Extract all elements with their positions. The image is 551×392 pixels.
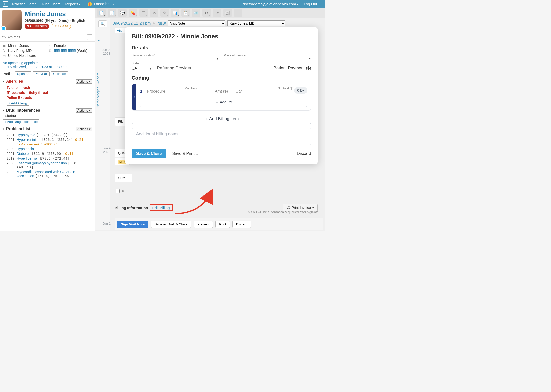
problem-link[interactable]: Essential (primary) hypertension [17, 161, 67, 165]
toolbar-more-icon[interactable]: ⋯ [234, 9, 242, 17]
allergy-item[interactable]: peanuts = itchy throat [7, 91, 92, 95]
modifier-slot[interactable]: - [173, 90, 181, 94]
visit-type-select[interactable]: Visit Note [168, 20, 225, 26]
toolbar-news-icon[interactable]: 📰 [223, 9, 232, 17]
last-visit-link[interactable]: Last Visit: Wed, Jun 28, 2023 at 11:30 a… [3, 65, 92, 69]
tag-icon: 🏷 [3, 35, 6, 39]
qty-field[interactable]: Qty [235, 89, 242, 94]
toolbar-sign-icon[interactable]: ✎▾ [160, 9, 169, 17]
referring-provider-field[interactable]: Referring Provider [157, 66, 268, 71]
timeline-date[interactable]: Jun 2 [99, 222, 112, 225]
visit-tab[interactable]: Visit [115, 28, 126, 33]
problem-year: 2021 [7, 133, 17, 137]
problem-link[interactable]: Diabetes [17, 152, 30, 156]
allergy-item[interactable]: Pollen Extracts [7, 96, 92, 100]
visit-provider-select[interactable]: Kary Jones, MD [227, 20, 285, 26]
patient-payment-field[interactable]: Patient Payment ($) [273, 66, 311, 71]
nav-logout[interactable]: Log Out [304, 2, 317, 6]
problem-year: 2021 [7, 152, 17, 156]
billing-info-row: Billing Information Edit Billing 🖨 Print… [115, 199, 318, 211]
info-phone[interactable]: 555-555-5555 [54, 49, 76, 53]
collapse-caret-icon[interactable]: ▾ [3, 109, 4, 112]
nav-practice-home[interactable]: Practice Home [12, 2, 37, 6]
modifier-slot[interactable]: - [189, 90, 197, 94]
allergies-title: Allergies [6, 79, 23, 84]
profile-printfax-button[interactable]: Print/Fax [33, 71, 50, 76]
phone-icon: ✆ [49, 49, 53, 53]
patient-name[interactable]: Minnie Jones [25, 10, 85, 18]
billing-notes-input[interactable]: Additional billing notes [132, 128, 311, 145]
save-print-button[interactable]: Save & Print⌄ [171, 151, 200, 156]
visit-note-header: 09/09/2022 12:24 pm ✎ NEW Visit Note Kar… [113, 20, 323, 26]
toolbar-pill-icon[interactable]: 💊▾ [129, 9, 137, 17]
pencil-icon[interactable]: ✎ [153, 21, 156, 25]
place-of-service-field[interactable]: Place of Service ▾ [224, 54, 311, 57]
problem-actions[interactable]: Actions ▾ [76, 127, 92, 131]
save-close-button[interactable]: Save & Close [132, 149, 166, 158]
add-dx-button[interactable]: ＋ Add Dx [140, 98, 307, 107]
discard-visit-button[interactable]: Discard [232, 221, 251, 228]
print-button[interactable]: Print [215, 221, 230, 228]
preview-button[interactable]: Preview [194, 221, 213, 228]
allergies-badge[interactable]: 3 ALLERGIES [25, 24, 49, 29]
nav-reports[interactable]: Reports [65, 2, 81, 6]
drag-handle-icon[interactable]: ⠿ [132, 84, 136, 110]
toolbar-list-icon[interactable]: ☰▾ [139, 9, 148, 17]
toolbar-chart-icon[interactable]: 📊▾ [171, 9, 179, 17]
toolbar-clipboard-icon[interactable]: 📋▾ [181, 9, 190, 17]
problem-link[interactable]: Hyperlipemia [17, 156, 37, 160]
timeline-collapse-icon[interactable]: ▸ [98, 38, 100, 42]
intolerance-item[interactable]: Listerine [3, 114, 92, 118]
allergy-item[interactable]: Tylenol = rash [7, 86, 92, 90]
toolbar-mail-icon[interactable]: ✉▾ [202, 9, 211, 17]
toolbar-note-icon[interactable]: 📄▾ [108, 9, 116, 17]
no-appointments-link[interactable]: No upcoming appointments [3, 61, 92, 65]
timeline-date[interactable]: Jun 92022 [99, 146, 112, 154]
chevron-down-icon: ▾ [312, 206, 314, 209]
problem-link[interactable]: Hypothyroid [17, 133, 35, 137]
toolbar-chat-icon[interactable]: 💬 [118, 9, 127, 17]
risk-badge[interactable]: RISK 0.63 [52, 24, 71, 29]
collapse-caret-icon[interactable]: ▾ [3, 80, 4, 83]
problem-link[interactable]: Hyper-reninism [17, 138, 40, 142]
profile-updates-button[interactable]: Updates [15, 71, 31, 76]
app-logo[interactable]: E [3, 1, 8, 7]
service-location-field[interactable]: Service Location* ▾ [132, 54, 219, 57]
intolerances-actions[interactable]: Actions ▾ [76, 108, 92, 113]
profile-collapse-button[interactable]: Collapse [51, 71, 68, 76]
add-billing-item-button[interactable]: ＋ Add Billing Item [132, 114, 311, 124]
info-insurance: United Healthcare [8, 54, 36, 58]
discard-button[interactable]: Discard [297, 151, 311, 156]
stethoscope-icon: ℞ [3, 49, 7, 53]
search-button[interactable]: 🔍 [98, 20, 107, 27]
bill-title: Bill: 09/09/2022 - Minnie Jones [132, 33, 311, 40]
chk-k[interactable] [116, 189, 120, 193]
toolbar-refresh-icon[interactable]: ⟳ [213, 9, 221, 17]
nav-help[interactable]: I need help [88, 2, 115, 6]
save-draft-button[interactable]: Save as Draft & Close [151, 221, 191, 228]
patient-meta: 06/08/1969 (54 yrs, 0 mo) · English [25, 18, 85, 23]
top-navbar: E Practice Home Find Chart Reports I nee… [0, 0, 325, 8]
problem-link[interactable]: Hypalgesia [17, 147, 34, 151]
nav-find-chart[interactable]: Find Chart [42, 2, 60, 6]
edit-billing-link[interactable]: Edit Billing [152, 206, 170, 210]
nav-user-menu[interactable]: doctordemo@elationhealth.com [243, 2, 298, 6]
coding-heading: Coding [132, 75, 311, 81]
procedure-field[interactable]: Procedure [147, 89, 165, 94]
add-intolerance-button[interactable]: + Add Drug Intolerance [3, 119, 39, 124]
allergies-actions[interactable]: Actions ▾ [76, 79, 92, 84]
add-tag-button[interactable]: ＋ [87, 34, 92, 40]
amount-field[interactable]: Amt ($) [215, 89, 228, 94]
patient-avatar[interactable] [2, 10, 22, 30]
dx-count-pill[interactable]: 0 Dx [294, 87, 307, 94]
add-allergy-button[interactable]: + Add Allergy [7, 101, 29, 106]
toolbar-document-icon[interactable]: 📄▾ [97, 9, 106, 17]
timeline-date[interactable]: Jun 282023 [99, 48, 112, 55]
state-field[interactable]: State CA ▾ [132, 62, 152, 71]
patient-header: Minnie Jones 06/08/1969 (54 yrs, 0 mo) ·… [0, 8, 95, 33]
sign-visit-note-button[interactable]: Sign Visit Note [117, 221, 148, 228]
toolbar-stack-icon[interactable]: ≋ [150, 9, 158, 17]
collapse-caret-icon[interactable]: ▾ [3, 127, 4, 131]
modifier-slot[interactable]: - [181, 90, 189, 94]
toolbar-idcard-icon[interactable]: 🪪 [192, 9, 200, 17]
